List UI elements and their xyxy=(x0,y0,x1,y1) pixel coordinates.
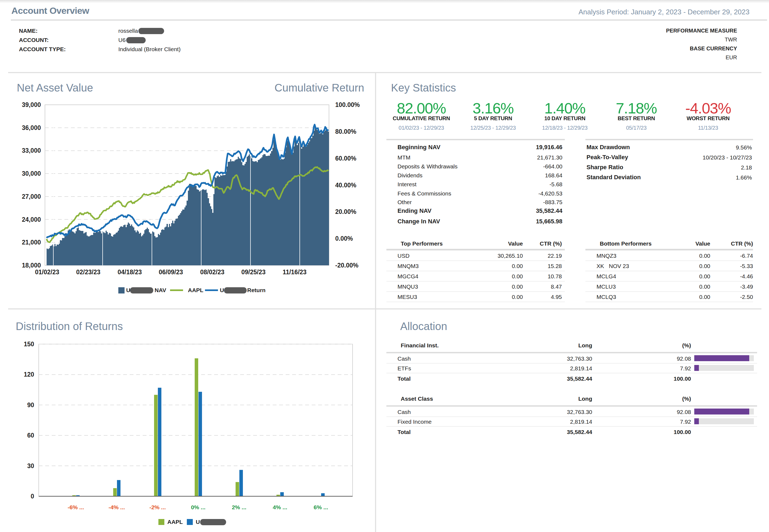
svg-text:30,000: 30,000 xyxy=(22,170,41,177)
svg-text:06/09/23: 06/09/23 xyxy=(159,269,183,276)
svg-text:08/02/23: 08/02/23 xyxy=(200,269,224,276)
svg-text:6% ...: 6% ... xyxy=(314,504,328,510)
svg-text:0% ...: 0% ... xyxy=(191,504,206,510)
svg-text:11/16/23: 11/16/23 xyxy=(283,269,307,276)
svg-text:60.00%: 60.00% xyxy=(335,155,356,162)
svg-text:90: 90 xyxy=(27,402,34,409)
svg-text:80.00%: 80.00% xyxy=(335,128,356,135)
svg-text:-4% ...: -4% ... xyxy=(109,504,125,510)
svg-text:33,000: 33,000 xyxy=(22,147,41,154)
svg-text:U: U xyxy=(126,287,130,293)
svg-text:AAPL: AAPL xyxy=(188,287,203,293)
svg-text:AAPL: AAPL xyxy=(167,519,183,525)
svg-text:U: U xyxy=(196,519,200,525)
svg-text:150: 150 xyxy=(24,341,34,348)
svg-text:21,000: 21,000 xyxy=(22,239,41,246)
svg-text:4% ...: 4% ... xyxy=(273,504,287,510)
svg-text:09/25/23: 09/25/23 xyxy=(241,269,266,276)
svg-text:40.00%: 40.00% xyxy=(335,182,356,189)
svg-text:120: 120 xyxy=(24,371,34,378)
svg-text:30: 30 xyxy=(27,462,34,469)
svg-text:-6% ...: -6% ... xyxy=(68,504,84,510)
svg-text:36,000: 36,000 xyxy=(22,124,41,131)
svg-text:39,000: 39,000 xyxy=(22,101,41,108)
svg-text:100.00%: 100.00% xyxy=(335,101,360,108)
svg-text:NAV: NAV xyxy=(155,287,166,293)
svg-text:01/02/23: 01/02/23 xyxy=(35,269,59,276)
svg-text:02/23/23: 02/23/23 xyxy=(76,269,100,276)
svg-text:27,000: 27,000 xyxy=(22,193,41,200)
svg-text:04/18/23: 04/18/23 xyxy=(118,269,142,276)
svg-text:2% ...: 2% ... xyxy=(232,504,246,510)
svg-text:24,000: 24,000 xyxy=(22,216,41,223)
svg-text:-2% ...: -2% ... xyxy=(149,504,166,510)
svg-text:18,000: 18,000 xyxy=(22,262,41,269)
svg-text:20.00%: 20.00% xyxy=(335,208,356,215)
svg-text:0: 0 xyxy=(31,493,34,500)
svg-text:Return: Return xyxy=(247,287,266,293)
svg-text:U: U xyxy=(220,287,224,293)
svg-text:60: 60 xyxy=(27,432,34,439)
